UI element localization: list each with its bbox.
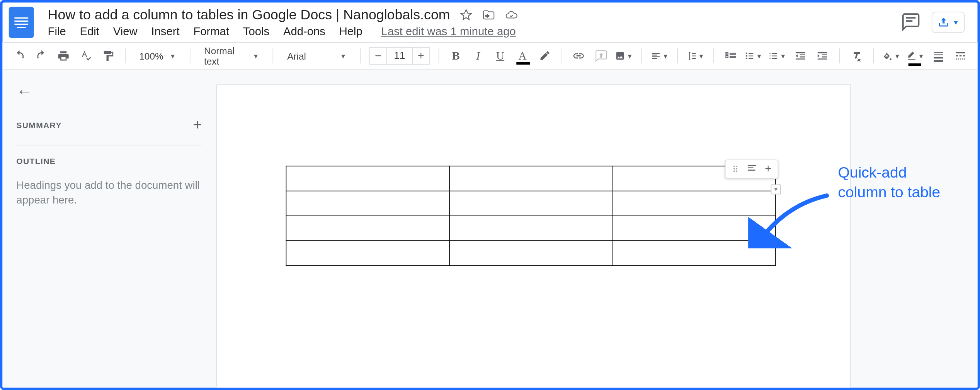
paragraph-style-dropdown[interactable]: Normal text ▼ — [199, 45, 264, 67]
spellcheck-button[interactable] — [78, 47, 94, 65]
annotation-arrow — [748, 193, 830, 248]
title-icon-group — [460, 9, 518, 21]
caret-down-icon: ▼ — [894, 53, 900, 60]
zoom-dropdown[interactable]: 100% ▼ — [134, 51, 181, 61]
summary-label: SUMMARY — [16, 120, 62, 130]
drag-grip-icon[interactable]: ⠿ — [732, 164, 740, 174]
table-row[interactable] — [286, 166, 775, 191]
menu-help[interactable]: Help — [339, 25, 362, 38]
indent-decrease-button[interactable] — [793, 47, 808, 65]
menu-file[interactable]: File — [48, 25, 66, 38]
align-button[interactable]: ▼ — [651, 47, 669, 65]
text-color-button[interactable]: A — [514, 47, 530, 65]
menu-format[interactable]: Format — [193, 25, 229, 38]
border-style-button[interactable] — [953, 47, 968, 65]
table-cell[interactable] — [286, 191, 449, 216]
caret-down-icon: ▼ — [253, 53, 259, 60]
toolbar: 100% ▼ Normal text ▼ Arial ▼ − + B I U A — [3, 42, 978, 70]
share-button[interactable]: ▼ — [932, 12, 965, 33]
font-size-increase-button[interactable]: + — [412, 47, 430, 65]
font-value: Arial — [287, 51, 306, 61]
table-cell[interactable] — [449, 166, 612, 191]
table-cell[interactable] — [449, 241, 612, 265]
document-title[interactable]: How to add a column to tables in Google … — [48, 7, 450, 23]
annotation-label: Quick-add column to table — [838, 163, 951, 203]
docs-logo-icon[interactable] — [9, 7, 34, 38]
undo-button[interactable] — [11, 47, 27, 65]
toolbar-separator — [125, 48, 125, 63]
title-row: How to add a column to tables in Google … — [48, 7, 894, 23]
line-spacing-button[interactable]: ▼ — [687, 47, 704, 65]
svg-point-1 — [746, 55, 747, 56]
toolbar-separator — [839, 48, 840, 63]
table-row[interactable] — [286, 241, 775, 265]
underline-button[interactable]: U — [492, 47, 508, 65]
table-column-handle[interactable]: ⠿ + — [725, 160, 778, 179]
caret-down-icon: ▼ — [773, 186, 779, 193]
column-options-icon[interactable] — [746, 163, 759, 176]
menu-addons[interactable]: Add-ons — [283, 25, 325, 38]
comments-icon[interactable] — [902, 12, 920, 32]
document-canvas[interactable]: ⠿ + ▼ — [216, 70, 977, 388]
font-size-input[interactable] — [387, 47, 412, 65]
caret-down-icon: ▼ — [918, 53, 924, 60]
menu-edit[interactable]: Edit — [80, 25, 99, 38]
checklist-button[interactable] — [723, 47, 738, 65]
svg-point-0 — [746, 53, 747, 54]
menu-tools[interactable]: Tools — [243, 25, 269, 38]
add-comment-button[interactable] — [593, 47, 609, 65]
header-right: ▼ — [902, 12, 971, 33]
svg-point-2 — [746, 58, 747, 59]
table-cell[interactable] — [286, 241, 449, 265]
zoom-value: 100% — [139, 51, 163, 61]
numbered-list-button[interactable]: ▼ — [769, 47, 786, 65]
caret-down-icon: ▼ — [626, 53, 633, 60]
font-dropdown[interactable]: Arial ▼ — [282, 51, 351, 61]
document-table[interactable] — [286, 166, 776, 266]
app-frame: How to add a column to tables in Google … — [0, 0, 980, 390]
paint-format-button[interactable] — [100, 47, 116, 65]
table-cell[interactable] — [286, 166, 449, 191]
toolbar-separator — [873, 48, 874, 63]
table-row[interactable] — [286, 191, 775, 216]
italic-button[interactable]: I — [470, 47, 486, 65]
caret-down-icon: ▼ — [170, 53, 176, 60]
toolbar-separator — [439, 48, 439, 63]
font-size-group: − + — [369, 47, 430, 65]
summary-header: SUMMARY + — [16, 116, 202, 133]
insert-image-button[interactable]: ▼ — [615, 47, 633, 65]
cloud-saved-icon[interactable] — [505, 9, 518, 21]
outline-collapse-button[interactable]: ← — [16, 82, 202, 101]
caret-down-icon: ▼ — [780, 53, 786, 60]
table-cell[interactable] — [449, 191, 612, 216]
caret-down-icon: ▼ — [698, 53, 704, 60]
border-width-button[interactable] — [931, 47, 946, 65]
add-summary-button[interactable]: + — [193, 116, 202, 133]
toolbar-separator — [713, 48, 713, 63]
outline-empty-text: Headings you add to the document will ap… — [16, 178, 202, 208]
toolbar-separator — [360, 48, 361, 63]
bold-button[interactable]: B — [448, 47, 464, 65]
title-bar: How to add a column to tables in Google … — [3, 2, 978, 42]
style-value: Normal text — [204, 45, 247, 67]
font-size-decrease-button[interactable]: − — [369, 47, 387, 65]
menu-view[interactable]: View — [113, 25, 138, 38]
indent-increase-button[interactable] — [815, 47, 830, 65]
table-cell[interactable] — [449, 216, 612, 241]
fill-color-button[interactable]: ▼ — [883, 47, 900, 65]
table-row[interactable] — [286, 216, 775, 241]
outline-divider — [16, 145, 202, 145]
move-icon[interactable] — [483, 9, 495, 21]
border-color-button[interactable]: ▼ — [907, 47, 924, 65]
menu-insert[interactable]: Insert — [151, 25, 179, 38]
add-column-button[interactable]: + — [765, 163, 771, 176]
star-icon[interactable] — [460, 9, 473, 21]
redo-button[interactable] — [34, 47, 49, 65]
bulleted-list-button[interactable]: ▼ — [745, 47, 762, 65]
last-edit-link[interactable]: Last edit was 1 minute ago — [381, 25, 516, 38]
highlight-button[interactable] — [537, 47, 553, 65]
clear-formatting-button[interactable] — [849, 47, 864, 65]
table-cell[interactable] — [286, 216, 449, 241]
print-button[interactable] — [56, 47, 71, 65]
insert-link-button[interactable] — [571, 47, 587, 65]
